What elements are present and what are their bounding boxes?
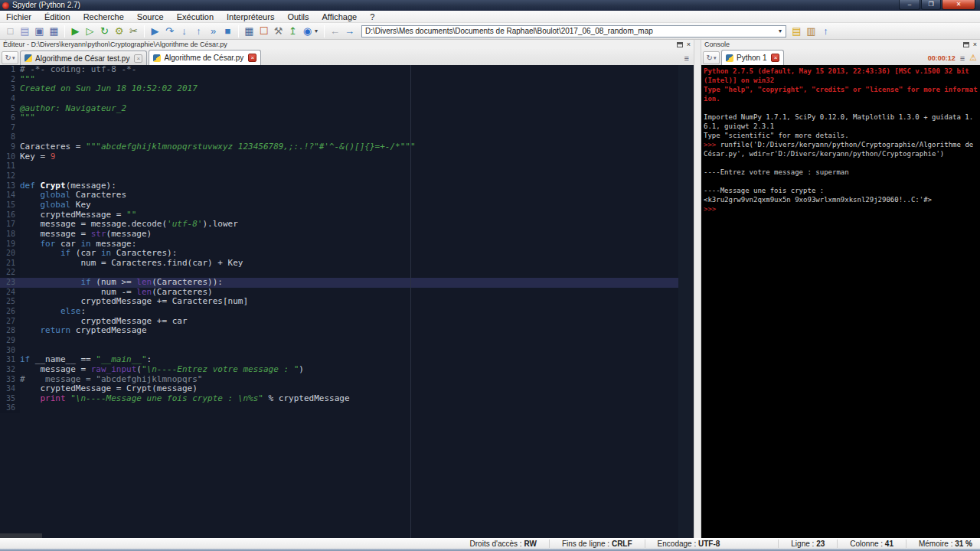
pythonpath-icon[interactable]: ↥ <box>286 24 300 38</box>
titlebar: Spyder (Python 2.7) – ❐ ✕ <box>0 0 980 11</box>
close-button[interactable]: ✕ <box>942 0 975 10</box>
console-tab-python1[interactable]: Python 1 × <box>721 50 784 65</box>
menu-affichage[interactable]: Affichage <box>322 12 358 21</box>
line-number: 29 <box>0 336 20 346</box>
fullscreen-icon[interactable]: ☐ <box>256 24 271 38</box>
line-number: 20 <box>0 249 20 259</box>
menu-source[interactable]: Source <box>137 12 164 21</box>
forward-icon[interactable]: → <box>342 24 357 38</box>
editor-pane-title: Éditeur - D:\Divers\keryann\python\Crypt… <box>3 41 227 48</box>
console-line <box>704 158 978 168</box>
step-out-icon[interactable]: ↑ <box>191 24 206 38</box>
console-line: Imported NumPy 1.7.1, SciPy 0.12.0, Matp… <box>704 112 978 131</box>
pane-splitter[interactable] <box>694 40 701 538</box>
console-line <box>704 177 978 186</box>
save-all-icon[interactable]: ▦ <box>47 24 61 38</box>
tab-close-icon[interactable]: × <box>771 54 779 62</box>
editor-tab[interactable]: Algorithme de César.py× <box>149 50 261 65</box>
tab-close-icon[interactable]: × <box>248 54 256 62</box>
status-encodage: Encodage : UTF-8 <box>645 540 720 548</box>
menu-fichier[interactable]: Fichier <box>6 12 31 21</box>
re-run-icon[interactable]: ↻ <box>97 24 112 38</box>
editor-tab-options-icon[interactable]: ≡ <box>684 54 689 63</box>
working-directory-combo[interactable]: D:\Divers\Mes documents\Documents de Rap… <box>361 25 786 37</box>
editor-tabbar: ↻ ▾ Algorithme de César test.py×Algorith… <box>0 49 694 65</box>
menu-recherche[interactable]: Recherche <box>83 12 124 21</box>
new-file-icon[interactable]: □ <box>3 24 18 38</box>
undock-pane-icon[interactable] <box>963 42 969 47</box>
close-pane-icon[interactable]: × <box>973 41 977 48</box>
step-into-icon[interactable]: ↓ <box>177 24 191 38</box>
code-line: 14 global Caracteres <box>0 191 694 201</box>
line-number: 12 <box>0 171 20 181</box>
browse-tabs-button[interactable]: ↻ ▾ <box>2 51 18 64</box>
console-output[interactable]: Python 2.7.5 (default, May 15 2013, 22:4… <box>702 65 979 538</box>
code-line: 35 print "\n----Message une fois crypte … <box>0 394 694 404</box>
undock-pane-icon[interactable] <box>677 42 683 47</box>
tab-close-icon[interactable]: × <box>134 54 142 63</box>
parent-directory-icon[interactable]: ↑ <box>818 24 833 38</box>
console-line: Python 2.7.5 (default, May 15 2013, 22:4… <box>704 67 978 85</box>
console-line: >>> runfile('D:/Divers/keryann/python/Cr… <box>704 140 978 158</box>
line-number: 21 <box>0 259 20 269</box>
save-icon[interactable]: ▣ <box>32 24 47 38</box>
menu-excution[interactable]: Exécution <box>177 12 214 21</box>
set-console-directory-icon[interactable]: ▥ <box>804 24 818 38</box>
code-line: 21 num = Caracteres.find(car) + Key <box>0 259 694 269</box>
spyder-window: Spyder (Python 2.7) – ❐ ✕ FichierÉdition… <box>0 0 980 551</box>
line-number: 36 <box>0 403 20 413</box>
maximize-button[interactable]: ❐ <box>921 0 941 10</box>
line-number: 24 <box>0 288 20 298</box>
line-number: 13 <box>0 181 20 191</box>
browse-console-tabs-button[interactable]: ↻ ▾ <box>703 51 720 64</box>
status-fins-de-ligne: Fins de ligne : CRLF <box>549 540 632 548</box>
run-settings-icon[interactable]: ⚙ <box>112 24 126 38</box>
workspace: Éditeur - D:\Divers\keryann\python\Crypt… <box>0 40 980 538</box>
run-icon[interactable]: ▶ <box>68 24 83 38</box>
debug-continue-icon[interactable]: » <box>206 24 220 38</box>
line-number: 3 <box>0 84 20 94</box>
editor-pane: Éditeur - D:\Divers\keryann\python\Crypt… <box>0 40 694 538</box>
spyder-menu-icon[interactable]: ◉ <box>300 24 315 38</box>
code-line: 25 cryptedMessage += Caracteres[num] <box>0 297 694 307</box>
run-cell-icon[interactable]: ▷ <box>83 24 97 38</box>
browse-directory-icon[interactable]: ▤ <box>789 24 804 38</box>
preferences-icon[interactable]: ⚒ <box>271 24 286 38</box>
browse-tabs-caret-icon: ▾ <box>714 55 717 61</box>
menu-interprteurs[interactable]: Interpréteurs <box>227 12 274 21</box>
back-icon[interactable]: ← <box>328 24 342 38</box>
close-pane-icon[interactable]: × <box>687 41 691 48</box>
debug-icon[interactable]: ▶ <box>148 24 162 38</box>
combo-dropdown-icon[interactable]: ▾ <box>775 28 786 34</box>
console-options-icon[interactable]: ≡ <box>960 54 965 63</box>
step-over-icon[interactable]: ↷ <box>162 24 177 38</box>
console-line: Type "scientific" for more details. <box>704 131 978 140</box>
debug-stop-icon[interactable]: ■ <box>220 24 235 38</box>
toolbar-separator <box>324 25 325 37</box>
python-file-icon <box>726 54 733 62</box>
line-number: 8 <box>0 132 20 142</box>
spyder-menu-dropdown-icon[interactable]: ▾ <box>315 24 321 38</box>
line-number: 2 <box>0 75 20 85</box>
line-number: 18 <box>0 230 20 240</box>
toolbar-separator <box>64 25 65 37</box>
minimize-button[interactable]: – <box>899 0 920 10</box>
code-line: 9Caracteres = """abcdefghijklmnopqrstuvw… <box>0 142 694 152</box>
profiler-icon[interactable]: ✂ <box>126 24 141 38</box>
menu-dition[interactable]: Édition <box>44 12 70 21</box>
panes-icon[interactable]: ▦ <box>242 24 256 38</box>
open-file-icon[interactable]: ▤ <box>18 24 32 38</box>
console-line: Type "help", "copyright", "credits" or "… <box>704 85 978 103</box>
menu-outils[interactable]: Outils <box>287 12 309 21</box>
editor-vertical-scrollbar[interactable] <box>678 65 694 538</box>
editor-code[interactable]: 1# -*- coding: utf-8 -*-2"""3Created on … <box>0 65 694 538</box>
menu-?[interactable]: ? <box>370 12 374 21</box>
line-number: 6 <box>0 113 20 123</box>
editor-tab[interactable]: Algorithme de César test.py× <box>20 51 147 65</box>
spyder-app-icon <box>2 2 9 9</box>
python-file-icon <box>153 54 161 62</box>
code-line: 3Created on Sun Jun 18 10:52:02 2017 <box>0 84 694 94</box>
console-pane-title: Console <box>704 41 730 48</box>
line-number: 19 <box>0 240 20 249</box>
toolbar: □▤▣▦▶▷↻⚙✂▶↷↓↑»■▦☐⚒↥◉▾←→ D:\Divers\Mes do… <box>0 23 980 40</box>
